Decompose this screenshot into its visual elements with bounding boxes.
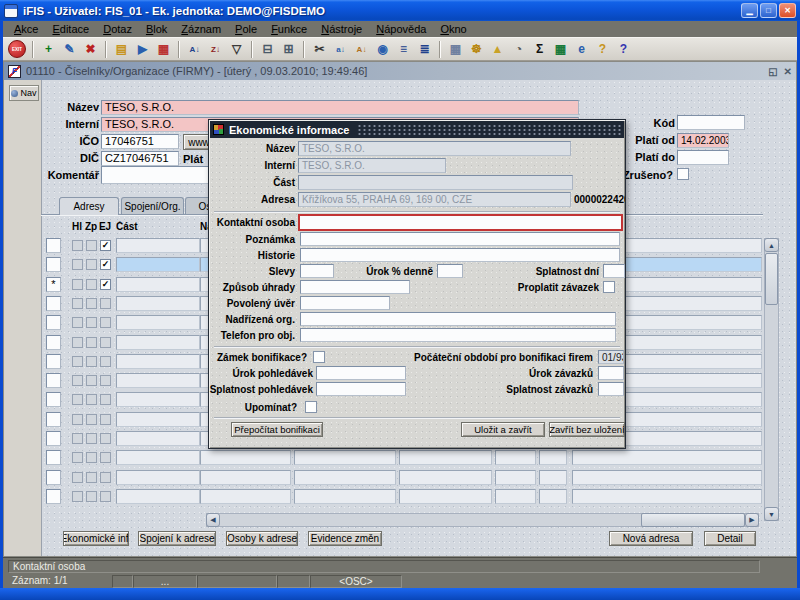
cell-col4[interactable] — [399, 470, 492, 485]
plati-od-field[interactable]: 14.02.2003 — [677, 133, 729, 148]
row-selector[interactable] — [46, 296, 61, 311]
row-selector[interactable]: * — [46, 277, 61, 292]
pyramid-icon[interactable]: ▲ — [488, 40, 507, 59]
checkbox-hl[interactable] — [72, 394, 83, 405]
osoby-k-adrese-button[interactable]: Osoby k adrese — [226, 531, 298, 546]
scroll-right-icon[interactable]: ▶ — [745, 513, 759, 527]
checkbox-ej[interactable]: ✓ — [100, 240, 111, 251]
copy-field-icon[interactable]: a↓ — [331, 40, 350, 59]
menu-item-dotaz[interactable]: Dotaz — [96, 22, 139, 37]
zpusob-uhrady-field[interactable] — [300, 280, 410, 294]
menu-item-záznam[interactable]: Záznam — [174, 22, 228, 37]
menu-item-editace[interactable]: Editace — [45, 22, 96, 37]
slevy-field[interactable] — [300, 264, 334, 278]
spojeni-k-adrese-button[interactable]: Spojení k adrese — [138, 531, 216, 546]
row-selector[interactable] — [46, 412, 61, 427]
exit-icon[interactable]: EXIT — [8, 40, 26, 58]
filter-icon[interactable]: ▽ — [227, 40, 246, 59]
checkbox-ej[interactable]: ✓ — [100, 259, 111, 270]
checkbox-ej[interactable] — [100, 337, 111, 348]
mdi-restore-icon[interactable]: ◱ — [768, 66, 777, 77]
telefon-obj-field[interactable] — [300, 328, 616, 342]
checkbox-hl[interactable] — [72, 414, 83, 425]
upominat-checkbox[interactable] — [305, 401, 317, 413]
find-icon[interactable]: ◉ — [373, 40, 392, 59]
excel-export-icon[interactable]: ▦ — [551, 40, 570, 59]
checkbox-zp[interactable] — [86, 394, 97, 405]
cell-col7[interactable] — [572, 489, 762, 504]
kontaktni-osoba-field[interactable] — [298, 214, 623, 231]
checkbox-ej[interactable] — [100, 414, 111, 425]
web-browser-icon[interactable]: e — [572, 40, 591, 59]
urok-denne-field[interactable] — [437, 264, 463, 278]
cell-col4[interactable] — [399, 489, 492, 504]
row-selector[interactable] — [46, 238, 61, 253]
nadrizena-org-field[interactable] — [300, 312, 616, 326]
scroll-left-icon[interactable]: ◀ — [206, 513, 220, 527]
checkbox-zp[interactable] — [86, 491, 97, 502]
dlg-cast-field[interactable] — [298, 175, 573, 190]
cell-cast[interactable] — [116, 277, 200, 292]
window-titlebar[interactable]: iFIS - Uživatel: FIS_01 - Ek. jednotka: … — [0, 0, 800, 21]
maximize-button[interactable]: □ — [760, 3, 777, 18]
horizontal-scrollbar-thumb[interactable] — [641, 513, 745, 527]
insert-record-icon[interactable]: + — [39, 40, 58, 59]
ico-field[interactable]: 17046751 — [101, 134, 179, 149]
scroll-down-icon[interactable]: ▼ — [764, 507, 779, 521]
clock-icon[interactable]: ◔ — [509, 40, 528, 59]
historie-field[interactable] — [300, 248, 620, 262]
cell-cast[interactable] — [116, 335, 200, 350]
mdi-titlebar[interactable]: F 01110 - Číselníky/Organizace (FIRMY) -… — [4, 62, 796, 80]
minimize-button[interactable]: ▁ — [741, 3, 758, 18]
cancel-query-icon[interactable]: ▦ — [154, 40, 173, 59]
checkbox-zp[interactable] — [86, 375, 97, 386]
cell-cast[interactable] — [116, 489, 200, 504]
help-icon[interactable]: ? — [614, 40, 633, 59]
checkbox-zp[interactable] — [86, 298, 97, 309]
cell-cast[interactable] — [116, 315, 200, 330]
checkbox-zp[interactable] — [86, 414, 97, 425]
checkbox-hl[interactable] — [72, 472, 83, 483]
poznamka-field[interactable] — [300, 232, 620, 246]
sum-icon[interactable]: Σ — [530, 40, 549, 59]
update-record-icon[interactable]: ✎ — [60, 40, 79, 59]
zruseno-checkbox[interactable] — [677, 168, 689, 180]
checkbox-zp[interactable] — [86, 279, 97, 290]
splatnost-pohledavek-field[interactable] — [316, 382, 406, 396]
close-button[interactable]: ✕ — [779, 3, 796, 18]
context-help-icon[interactable]: ? — [593, 40, 612, 59]
delete-record-icon[interactable]: ✖ — [81, 40, 100, 59]
menu-item-akce[interactable]: Akce — [7, 22, 45, 37]
zamek-bonifikace-checkbox[interactable] — [313, 351, 325, 363]
row-selector[interactable] — [46, 392, 61, 407]
urok-zavazku-field[interactable] — [598, 366, 624, 380]
cell-col4[interactable] — [399, 450, 492, 465]
list-detail-icon[interactable]: ≣ — [415, 40, 434, 59]
checkbox-ej[interactable] — [100, 472, 111, 483]
cell-cast[interactable] — [116, 238, 200, 253]
ekonomicke-inf-button[interactable]: Ekonomické inf. — [63, 531, 129, 546]
print-setup-icon[interactable]: ⊞ — [279, 40, 298, 59]
cell-cast[interactable] — [116, 354, 200, 369]
checkbox-hl[interactable] — [72, 375, 83, 386]
execute-query-icon[interactable]: ▶ — [133, 40, 152, 59]
row-selector[interactable] — [46, 489, 61, 504]
cell-col7[interactable] — [572, 450, 762, 465]
cell-col5[interactable] — [495, 489, 536, 504]
evidence-zmen-button[interactable]: Evidence změn — [308, 531, 382, 546]
enter-query-icon[interactable]: ▤ — [112, 40, 131, 59]
scroll-up-icon[interactable]: ▲ — [764, 238, 779, 252]
checkbox-hl[interactable] — [72, 356, 83, 367]
menu-item-funkce[interactable]: Funkce — [264, 22, 314, 37]
checkbox-hl[interactable] — [72, 337, 83, 348]
checkbox-hl[interactable] — [72, 433, 83, 444]
copy-record-icon[interactable]: A↓ — [352, 40, 371, 59]
cell-col3[interactable] — [294, 450, 396, 465]
sort-descending-icon[interactable]: Z↓ — [206, 40, 225, 59]
menu-item-okno[interactable]: Okno — [433, 22, 473, 37]
sort-ascending-icon[interactable]: A↓ — [185, 40, 204, 59]
row-selector[interactable] — [46, 257, 61, 272]
tab-spojeni-org[interactable]: Spojení/Org. — [121, 197, 184, 215]
cell-col2[interactable] — [200, 489, 291, 504]
checkbox-zp[interactable] — [86, 356, 97, 367]
